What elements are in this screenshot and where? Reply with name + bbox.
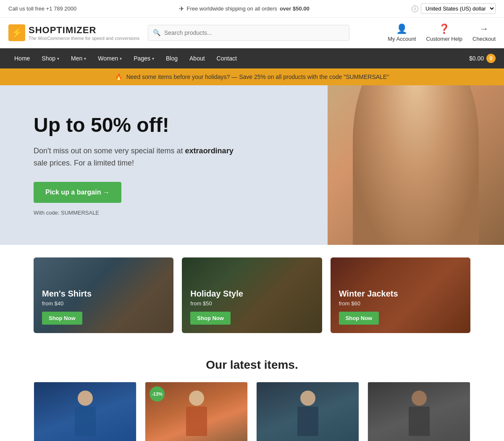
help-link[interactable]: ❓ Customer Help	[426, 24, 462, 42]
product-card-1[interactable]	[34, 382, 136, 441]
search-icon: 🔍	[153, 29, 161, 37]
product-img-2: -13%	[145, 382, 247, 441]
person-silhouette-2	[180, 391, 213, 441]
nav-women[interactable]: Women ▾	[92, 48, 128, 68]
cat-card-content-2: Holiday Style from $50 Shop Now	[190, 289, 243, 325]
hero-content: Up to 50% off! Don't miss out on some ve…	[34, 114, 235, 215]
search-input[interactable]	[148, 25, 349, 41]
product-img-4	[368, 382, 470, 441]
hero-cta-button[interactable]: Pick up a bargain →	[34, 182, 121, 203]
product-img-3	[257, 382, 359, 441]
info-icon[interactable]: i	[412, 5, 418, 12]
hero-section: Up to 50% off! Don't miss out on some ve…	[0, 85, 504, 245]
discount-badge-2: -13%	[150, 386, 165, 402]
account-label: My Account	[388, 36, 416, 42]
top-bar: Call us toll free +1 789 2000 ✈ Free wor…	[0, 0, 504, 18]
hero-headline: Up to 50% off!	[34, 114, 235, 136]
shipping-text: Free worldwide shipping on all orders	[187, 5, 277, 12]
promo-text: Need some items before your holidays? — …	[126, 74, 389, 80]
nav-shop[interactable]: Shop ▾	[36, 48, 65, 68]
nav-about[interactable]: About	[184, 48, 211, 68]
main-nav: Home Shop ▾ Men ▾ Women ▾ Pages ▾ Blog A…	[0, 48, 504, 68]
logo-tagline: The WooCommerce theme for speed and conv…	[29, 36, 139, 41]
latest-heading: Our latest items.	[34, 358, 470, 372]
logo[interactable]: ⚡ SHOPTIMIZER The WooCommerce theme for …	[8, 24, 139, 41]
category-section: Men's Shirts from $40 Shop Now Holiday S…	[0, 245, 504, 346]
cat-title-3: Winter Jackets	[339, 289, 398, 299]
nav-contact[interactable]: Contact	[211, 48, 243, 68]
cat-from-1: from $40	[42, 300, 92, 307]
shipping-info: ✈ Free worldwide shipping on all orders …	[179, 5, 310, 13]
account-link[interactable]: 👤 My Account	[388, 24, 416, 42]
site-header: ⚡ SHOPTIMIZER The WooCommerce theme for …	[0, 18, 504, 48]
nav-home[interactable]: Home	[8, 48, 36, 68]
cat-card-content-3: Winter Jackets from $60 Shop Now	[339, 289, 398, 325]
search-bar: 🔍	[148, 25, 349, 41]
phone-text: Call us toll free +1 789 2000	[8, 5, 76, 12]
logo-text: SHOPTIMIZER The WooCommerce theme for sp…	[29, 25, 139, 41]
product-card-2[interactable]: -13%	[145, 382, 248, 441]
product-card-3[interactable]	[256, 382, 359, 441]
currency-select[interactable]: United States (US) dollar	[421, 3, 496, 14]
cat-from-3: from $60	[339, 300, 398, 307]
account-icon: 👤	[396, 24, 407, 34]
category-card-mens-shirts[interactable]: Men's Shirts from $40 Shop Now	[34, 257, 173, 333]
shipping-amount: over $50.00	[280, 5, 310, 12]
currency-area: i United States (US) dollar	[412, 3, 496, 14]
help-icon: ❓	[438, 24, 450, 34]
cat-title-1: Men's Shirts	[42, 289, 92, 299]
category-card-holiday-style[interactable]: Holiday Style from $50 Shop Now	[182, 257, 322, 333]
product-card-4[interactable]	[368, 382, 470, 441]
cart-total: $0.00	[469, 55, 484, 62]
latest-section: Our latest items. -13%	[0, 346, 504, 441]
nav-blog[interactable]: Blog	[160, 48, 184, 68]
checkout-link[interactable]: → Checkout	[472, 24, 496, 42]
products-grid: -13%	[34, 382, 470, 441]
plane-icon: ✈	[179, 5, 184, 13]
help-label: Customer Help	[426, 36, 462, 42]
cat-shop-btn-2[interactable]: Shop Now	[190, 312, 231, 325]
category-card-winter-jackets[interactable]: Winter Jackets from $60 Shop Now	[331, 257, 470, 333]
fire-icon: 🔥	[115, 74, 122, 80]
hero-image	[328, 85, 504, 245]
hero-code: With code: SUMMERSALE	[34, 210, 235, 216]
logo-icon: ⚡	[8, 24, 25, 41]
person-silhouette-1	[68, 391, 102, 441]
person-silhouette-4	[402, 391, 436, 441]
nav-pages[interactable]: Pages ▾	[128, 48, 160, 68]
checkout-label: Checkout	[472, 36, 496, 42]
header-actions: 👤 My Account ❓ Customer Help → Checkout	[388, 24, 496, 42]
cat-shop-btn-1[interactable]: Shop Now	[42, 312, 82, 325]
product-img-1	[34, 382, 136, 441]
cat-from-2: from $50	[190, 300, 243, 307]
person-silhouette-3	[291, 391, 325, 441]
promo-bar: 🔥 Need some items before your holidays? …	[0, 68, 504, 85]
cat-shop-btn-3[interactable]: Shop Now	[339, 312, 379, 325]
logo-name: SHOPTIMIZER	[29, 25, 139, 36]
nav-items: Home Shop ▾ Men ▾ Women ▾ Pages ▾ Blog A…	[8, 48, 243, 68]
cart-count: 0	[486, 54, 496, 63]
cat-title-2: Holiday Style	[190, 289, 243, 299]
checkout-icon: →	[480, 24, 489, 34]
hero-subtext: Don't miss out on some very special item…	[34, 145, 235, 169]
nav-men[interactable]: Men ▾	[65, 48, 92, 68]
cart-button[interactable]: $0.00 0	[469, 54, 496, 63]
hero-person-visual	[328, 85, 504, 245]
cat-card-content-1: Men's Shirts from $40 Shop Now	[42, 289, 92, 325]
